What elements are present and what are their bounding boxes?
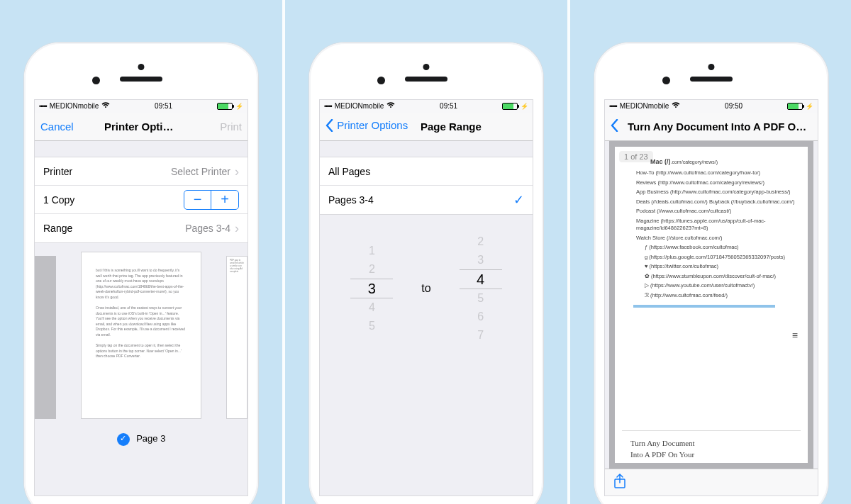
screen: ••••• MEDIONmobile 09:51 ⚡ Printer Optio… bbox=[319, 99, 533, 496]
doc-link: Watch Store (//store.cultofmac.com/) bbox=[636, 235, 798, 242]
range-picker[interactable]: 1 2 3 4 5 to 2 3 4 5 6 7 bbox=[320, 239, 533, 338]
range-options-group: All Pages Pages 3-4 ✓ bbox=[320, 157, 533, 215]
doc-sublink: ✿ (https://www.stumbleupon.com/discover/… bbox=[645, 273, 798, 281]
picker-from-column[interactable]: 1 2 3 4 5 bbox=[350, 242, 393, 335]
chevron-right-icon: › bbox=[235, 165, 239, 178]
carrier-label: MEDIONmobile bbox=[50, 100, 99, 113]
carrier-label: MEDIONmobile bbox=[335, 100, 384, 113]
stepper-minus[interactable]: − bbox=[184, 191, 211, 209]
chevron-right-icon: › bbox=[235, 222, 239, 235]
doc-link: Magazine (https://itunes.apple.com/us/ap… bbox=[636, 218, 798, 233]
phone-camera bbox=[708, 64, 715, 70]
battery-icon bbox=[217, 103, 233, 110]
picker-to-label: to bbox=[421, 282, 430, 295]
navbar: Turn Any Document Into A PDF On Y… bbox=[605, 113, 818, 141]
navbar-title: Turn Any Document Into A PDF On Y… bbox=[628, 121, 812, 133]
doc-link: Deals (//deals.cultofmac.com/) Buyback (… bbox=[636, 198, 798, 206]
share-button[interactable] bbox=[613, 474, 626, 492]
doc-sublink: ƒ (https://www.facebook.com/cultofmac) bbox=[645, 244, 798, 252]
doc-link: Reviews (http://www.cultofmac.com/catego… bbox=[636, 179, 798, 187]
phone-page-range: ••••• MEDIONmobile 09:51 ⚡ Printer Optio… bbox=[309, 43, 543, 504]
stepper-plus[interactable]: + bbox=[211, 191, 238, 209]
doc-sublink: ▷ (https://www.youtube.com/user/cultofma… bbox=[645, 282, 798, 290]
checkmark-icon bbox=[117, 433, 130, 446]
range-label: Range bbox=[43, 223, 72, 234]
checkmark-icon: ✓ bbox=[513, 192, 524, 208]
copies-label: 1 Copy bbox=[43, 194, 74, 206]
phone-camera bbox=[423, 64, 430, 70]
wifi-icon bbox=[672, 100, 680, 113]
screen: ••••• MEDIONmobile 09:50 ⚡ Turn Any Docu… bbox=[604, 99, 818, 496]
status-bar: ••••• MEDIONmobile 09:51 ⚡ bbox=[35, 100, 247, 113]
article-title-card: Turn Any Document Into A PDF On Your bbox=[622, 430, 801, 463]
phone-camera bbox=[138, 64, 145, 70]
status-bar: ••••• MEDIONmobile 09:50 ⚡ bbox=[605, 100, 818, 113]
range-row[interactable]: Range Pages 3-4 › bbox=[35, 214, 247, 242]
bottom-toolbar bbox=[605, 469, 818, 495]
signal-dots: ••••• bbox=[609, 100, 617, 113]
doc-heading: Mac (/).com/category/news/) bbox=[650, 158, 798, 165]
doc-sublink: ♥ (https://twitter.com/cultofmac) bbox=[645, 263, 798, 271]
doc-link: Podcast (//www.cultofmac.com/cultcast/) bbox=[636, 208, 798, 215]
phone-earpiece bbox=[690, 77, 733, 82]
status-time: 09:51 bbox=[440, 100, 457, 113]
status-time: 09:50 bbox=[725, 100, 742, 113]
chevron-left-icon bbox=[611, 119, 619, 134]
page-caption: Page 3 bbox=[136, 433, 165, 444]
preview-next-page: PDF app to send the which a similar can … bbox=[226, 256, 247, 419]
printer-row[interactable]: Printer Select Printer › bbox=[35, 157, 247, 186]
chevron-left-icon bbox=[326, 119, 334, 134]
pages-range-label: Pages 3-4 bbox=[328, 194, 374, 206]
settings-group: Printer Select Printer › 1 Copy − + Rang… bbox=[35, 157, 247, 243]
phone-earpiece bbox=[405, 77, 447, 82]
screen: ••••• MEDIONmobile 09:51 ⚡ Cancel Printe… bbox=[34, 99, 248, 496]
charging-icon: ⚡ bbox=[806, 100, 813, 113]
preview-paragraph: Simply tap on the document to open it, t… bbox=[96, 343, 187, 359]
phone-sensor bbox=[377, 77, 385, 84]
all-pages-label: All Pages bbox=[328, 166, 370, 177]
document-page[interactable]: 1 of 23 Mac (/).com/category/news/) How-… bbox=[615, 147, 808, 463]
picker-to-column[interactable]: 2 3 4 5 6 7 bbox=[460, 233, 502, 345]
status-time: 09:51 bbox=[155, 100, 172, 113]
charging-icon: ⚡ bbox=[235, 100, 243, 113]
carrier-label: MEDIONmobile bbox=[620, 100, 669, 113]
print-button[interactable]: Print bbox=[220, 121, 242, 133]
doc-link: App Business (http://www.cultofmac.com/c… bbox=[636, 189, 798, 196]
charging-icon: ⚡ bbox=[521, 100, 528, 113]
copies-stepper[interactable]: − + bbox=[184, 190, 239, 210]
phone-document-preview: ••••• MEDIONmobile 09:50 ⚡ Turn Any Docu… bbox=[594, 43, 828, 504]
page-selected-indicator[interactable]: Page 3 bbox=[35, 433, 247, 446]
phone-sensor bbox=[92, 77, 100, 84]
document-viewer[interactable]: 1 of 23 Mac (/).com/category/news/) How-… bbox=[609, 141, 813, 469]
signal-dots: ••••• bbox=[324, 100, 332, 113]
page-preview-area[interactable]: but if this is something you'll want to … bbox=[35, 252, 247, 457]
preview-page-3[interactable]: but if this is something you'll want to … bbox=[81, 252, 201, 419]
battery-icon bbox=[502, 103, 518, 110]
hamburger-icon: ≡ bbox=[792, 330, 798, 341]
navbar-title: Printer Options bbox=[104, 121, 178, 133]
pages-range-row[interactable]: Pages 3-4 ✓ bbox=[320, 186, 533, 214]
doc-sublink: g (https://plus.google.com/1071847560523… bbox=[645, 254, 798, 262]
status-bar: ••••• MEDIONmobile 09:51 ⚡ bbox=[320, 100, 533, 113]
back-button[interactable]: Printer Options bbox=[326, 119, 408, 131]
wifi-icon bbox=[101, 100, 110, 113]
cancel-button[interactable]: Cancel bbox=[40, 121, 74, 133]
back-button[interactable] bbox=[611, 119, 619, 131]
all-pages-row[interactable]: All Pages bbox=[320, 157, 533, 186]
navbar: Printer Options Page Range bbox=[320, 113, 533, 141]
preview-prev-page bbox=[35, 256, 56, 419]
accent-divider bbox=[633, 305, 775, 308]
doc-sublink: ℛ (http://www.cultofmac.com/feed/) bbox=[645, 292, 798, 300]
copies-row: 1 Copy − + bbox=[35, 186, 247, 214]
printer-label: Printer bbox=[43, 166, 72, 177]
navbar-title: Page Range bbox=[418, 121, 513, 133]
phone-earpiece bbox=[120, 77, 162, 82]
preview-paragraph: but if this is something you'll want to … bbox=[96, 268, 187, 300]
page-indicator: 1 of 23 bbox=[619, 151, 653, 162]
navbar: Cancel Printer Options Print bbox=[35, 113, 247, 141]
battery-icon bbox=[787, 103, 803, 110]
phone-sensor bbox=[662, 77, 670, 84]
signal-dots: ••••• bbox=[39, 100, 47, 113]
wifi-icon bbox=[386, 100, 395, 113]
preview-paragraph: Once installed, one of the easiest ways … bbox=[96, 306, 187, 337]
